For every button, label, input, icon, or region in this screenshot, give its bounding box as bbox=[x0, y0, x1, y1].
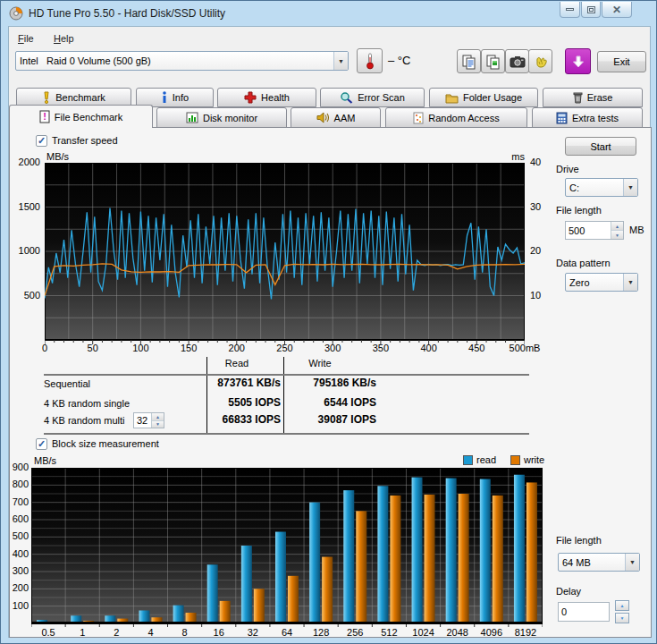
tab-erase-label: Erase bbox=[587, 92, 613, 103]
camera-icon bbox=[510, 55, 526, 68]
axis-tick-label: 0.5 bbox=[30, 627, 66, 639]
tab-folder-usage[interactable]: Folder Usage bbox=[429, 88, 538, 107]
sequential-write-value: 795186 KB/s bbox=[287, 377, 376, 389]
minimize-button[interactable] bbox=[560, 2, 580, 18]
main-content: File Help Intel Raid 0 Volume (500 gB) ▼… bbox=[8, 26, 651, 638]
block-size-checkbox[interactable]: ✓ bbox=[36, 438, 47, 450]
legend-read-label: read bbox=[476, 454, 496, 466]
copy-image-button[interactable] bbox=[481, 49, 505, 73]
chevron-down-icon: ▼ bbox=[625, 554, 639, 571]
tab-random-access-label: Random Access bbox=[428, 113, 499, 123]
tab-aam[interactable]: AAM bbox=[291, 107, 381, 128]
tab-file-benchmark[interactable]: ! File Benchmark bbox=[9, 105, 153, 128]
axis-tick-label: 100 bbox=[115, 343, 165, 354]
table-rule bbox=[44, 433, 529, 435]
axis-tick-label: 512 bbox=[371, 627, 407, 639]
axis-tick-label: 1 bbox=[64, 627, 100, 639]
maximize-button[interactable] bbox=[581, 2, 601, 18]
menu-file[interactable]: File bbox=[18, 33, 34, 44]
file-length-value: 500 bbox=[566, 222, 611, 239]
spin-up-icon[interactable]: ▲ bbox=[611, 222, 623, 231]
row-label-sequential: Sequential bbox=[44, 378, 90, 390]
hand-icon bbox=[533, 54, 549, 70]
block-size-label: Block size measurement bbox=[52, 438, 159, 450]
delay-value: 0 bbox=[559, 603, 609, 621]
axis-tick-label: 400 bbox=[404, 343, 454, 354]
transfer-speed-chart bbox=[45, 163, 525, 347]
exit-button[interactable]: Exit bbox=[597, 51, 646, 72]
thermometer-icon bbox=[364, 52, 376, 70]
menu-help[interactable]: Help bbox=[54, 33, 74, 44]
axis-tick-label: 500 bbox=[10, 530, 29, 542]
copy-image-icon bbox=[485, 54, 501, 70]
spin-down-icon[interactable]: ▼ bbox=[611, 231, 623, 239]
axis-tick-label: 20 bbox=[530, 245, 555, 257]
axis-tick-label: 1024 bbox=[406, 627, 442, 639]
info-icon bbox=[161, 91, 168, 104]
tab-erase[interactable]: Erase bbox=[543, 88, 643, 107]
transfer-speed-checkbox[interactable]: ✓ bbox=[36, 135, 47, 147]
chart2-ylabel: MB/s bbox=[34, 455, 56, 467]
title-bar: HD Tune Pro 5.50 - Hard Disk/SSD Utility bbox=[1, 1, 656, 26]
temperature-button[interactable] bbox=[357, 48, 383, 73]
tab-disk-monitor[interactable]: Disk monitor bbox=[156, 107, 287, 128]
start-button[interactable]: Start bbox=[565, 137, 636, 156]
data-pattern-combo[interactable]: Zero ▼ bbox=[565, 273, 638, 292]
file-length-spinner[interactable]: 500 ▲▼ bbox=[565, 221, 624, 240]
drive-combo[interactable]: C: ▼ bbox=[565, 178, 638, 197]
tab-aam-label: AAM bbox=[334, 113, 356, 123]
delay-input[interactable]: 0 bbox=[558, 602, 610, 622]
axis-tick-label: 800 bbox=[10, 479, 29, 490]
axis-tick-label: 4096 bbox=[474, 627, 510, 639]
random-multi-write-value: 39087 IOPS bbox=[287, 414, 376, 426]
axis-tick-label: 100 bbox=[10, 600, 29, 612]
tab-error-scan[interactable]: Error Scan bbox=[320, 88, 425, 107]
axis-tick-label: 1000 bbox=[10, 245, 40, 257]
file-length2-value: 64 MB bbox=[559, 557, 625, 568]
tab-extra-tests[interactable]: Extra tests bbox=[532, 107, 643, 128]
axis-tick-label: 300 bbox=[10, 565, 29, 577]
spin-up-icon[interactable]: ▲ bbox=[615, 600, 629, 611]
screenshot-button[interactable] bbox=[505, 49, 529, 73]
axis-tick-label: 450 bbox=[451, 343, 501, 354]
axis-tick-label: 500 bbox=[10, 290, 40, 301]
sequential-read-value: 873761 KB/s bbox=[126, 377, 281, 389]
chevron-down-icon: ▼ bbox=[623, 274, 637, 291]
block-size-chart bbox=[31, 468, 543, 629]
tab-health[interactable]: Health bbox=[217, 88, 316, 107]
spin-down-icon[interactable]: ▼ bbox=[615, 613, 629, 623]
axis-tick-label: 2000 bbox=[10, 157, 40, 168]
random-single-read-value: 5505 IOPS bbox=[126, 397, 281, 409]
folder-icon bbox=[445, 92, 459, 104]
copy-text-button[interactable] bbox=[457, 49, 481, 73]
chevron-down-icon: ▼ bbox=[333, 52, 348, 70]
drive-label: Drive bbox=[556, 164, 579, 175]
error-scan-icon bbox=[340, 91, 353, 104]
file-length2-combo[interactable]: 64 MB ▼ bbox=[558, 553, 640, 572]
file-benchmark-icon: ! bbox=[39, 110, 50, 123]
close-button[interactable]: ✕ bbox=[602, 2, 632, 18]
tab-folder-usage-label: Folder Usage bbox=[463, 92, 522, 103]
tab-random-access[interactable]: Random Access bbox=[385, 107, 527, 128]
col-header-write: Write bbox=[284, 358, 356, 369]
app-window: HD Tune Pro 5.50 - Hard Disk/SSD Utility… bbox=[0, 0, 657, 644]
tab-disk-monitor-label: Disk monitor bbox=[203, 113, 257, 123]
app-icon bbox=[9, 6, 23, 21]
tab-file-benchmark-label: File Benchmark bbox=[55, 112, 122, 123]
axis-tick-label: 350 bbox=[356, 343, 406, 354]
axis-tick-label: 200 bbox=[10, 582, 29, 594]
chart1-ylabel-right: ms bbox=[507, 151, 525, 163]
exit-button-label: Exit bbox=[613, 56, 629, 67]
download-arrow-icon bbox=[571, 55, 585, 69]
random-single-write-value: 6544 IOPS bbox=[287, 397, 376, 409]
download-button[interactable] bbox=[565, 48, 591, 74]
drive-select[interactable]: Intel Raid 0 Volume (500 gB) ▼ bbox=[15, 51, 349, 71]
save-results-button[interactable] bbox=[528, 49, 552, 73]
erase-icon bbox=[573, 91, 583, 104]
axis-tick-label: 30 bbox=[530, 201, 555, 213]
axis-tick-label: 8 bbox=[167, 627, 203, 639]
delay-spinner[interactable]: ▲ ▼ bbox=[615, 600, 629, 623]
tab-extra-tests-label: Extra tests bbox=[572, 113, 619, 123]
axis-tick-label: 200 bbox=[212, 343, 262, 354]
axis-tick-label: 4 bbox=[132, 627, 168, 639]
